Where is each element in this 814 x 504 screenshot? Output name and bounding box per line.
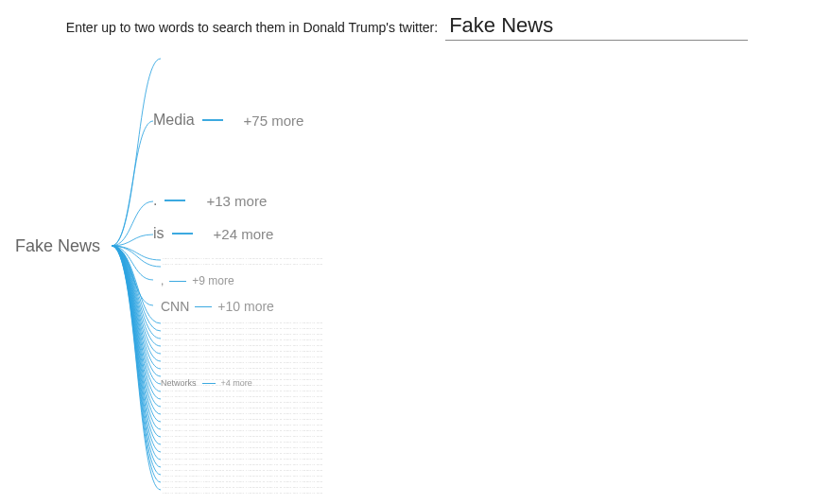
branch-tick-icon (169, 281, 186, 282)
branch-more-label: +10 more (217, 299, 274, 314)
branch-comma[interactable]: , +9 more (161, 274, 234, 287)
tree-leaf-row: ····· ·· ······ ··· ········ · ····· ·· … (163, 410, 322, 416)
tree-leaf-row: ····· ·· ······ ··· ········ · ····· ·· … (163, 473, 322, 478)
tree-leaf-row: ····· ·· ······ ··· ········ · ····· ·· … (163, 331, 322, 337)
branch-tick-icon (172, 233, 193, 235)
tree-leaf-row: ····· ·· ······ ··· ········ · ····· ·· … (163, 456, 322, 461)
tree-leaf-row: ····· ·· ······ ··· ········ · ····· ·· … (163, 416, 322, 422)
tree-leaf-row: ····· ·· ······ ··· ········ · ····· ·· … (163, 261, 322, 267)
branch-tick-icon (195, 306, 212, 307)
branch-more-label: +4 more (221, 378, 252, 388)
tree-leaf-row: ····· ·· ······ ··· ········ · ····· ·· … (163, 393, 322, 399)
tree-leaf-row: ····· ·· ······ ··· ········ · ····· ·· … (163, 450, 322, 456)
tree-leaf-row: ····· ·· ······ ··· ········ · ····· ·· … (163, 371, 322, 376)
branch-word: CNN (161, 299, 189, 314)
tree-leaf-row: ····· ·· ······ ··· ········ · ····· ·· … (163, 388, 322, 393)
branch-word: Networks (161, 378, 197, 388)
tree-leaf-row: ····· ·· ······ ··· ········ · ····· ·· … (163, 382, 322, 388)
tree-leaf-row: ····· ·· ······ ··· ········ · ····· ·· … (163, 490, 322, 495)
tree-leaf-row: ····· ·· ······ ··· ········ · ····· ·· … (163, 354, 322, 359)
branch-more-label: +75 more (244, 113, 304, 129)
branch-media[interactable]: Media +75 more (153, 112, 303, 129)
tree-leaf-row: ····· ·· ······ ··· ········ · ····· ·· … (163, 439, 322, 444)
tree-leaf-row: ····· ·· ······ ··· ········ · ····· ·· … (163, 444, 322, 450)
tree-leaf-row: ····· ·· ······ ··· ········ · ····· ·· … (163, 342, 322, 348)
branch-more-label: +24 more (214, 226, 274, 242)
branch-word: Media (153, 112, 195, 129)
tree-leaf-row: ····· ·· ······ ··· ········ · ····· ·· … (163, 484, 322, 490)
tree-leaf-row: ····· ·· ······ ··· ········ · ····· ·· … (163, 325, 322, 331)
word-tree-visualization: Fake News Media +75 more . +13 more is +… (0, 47, 814, 504)
tree-root-label: Fake News (15, 236, 100, 256)
branch-word: , (161, 274, 164, 287)
tree-leaf-row: ····· ·· ······ ··· ········ · ····· ·· … (163, 422, 322, 427)
search-input[interactable] (445, 13, 748, 41)
tree-leaf-row: ····· ·· ······ ··· ········ · ····· ·· … (163, 427, 322, 433)
tree-leaf-row: ····· ·· ······ ··· ········ · ····· ·· … (163, 405, 322, 410)
branch-more-label: +13 more (206, 193, 267, 209)
branch-more-label: +9 more (192, 274, 234, 287)
tree-leaf-row: ····· ·· ······ ··· ········ · ····· ·· … (163, 461, 322, 467)
tree-leaf-row: ····· ·· ······ ··· ········ · ····· ·· … (163, 478, 322, 484)
branch-networks[interactable]: Networks +4 more (161, 378, 252, 388)
branch-is[interactable]: is +24 more (153, 225, 273, 242)
tree-leaf-row: ····· ·· ······ ··· ········ · ····· ·· … (163, 255, 322, 261)
branch-cnn[interactable]: CNN +10 more (161, 299, 274, 314)
branch-tick-icon (202, 383, 216, 384)
tree-leaf-row: ····· ·· ······ ··· ········ · ····· ·· … (163, 376, 322, 382)
branch-tick-icon (202, 119, 223, 121)
header-bar: Enter up to two words to search them in … (0, 0, 814, 46)
tree-leaf-row: ····· ·· ······ ··· ········ · ····· ·· … (163, 467, 322, 473)
tree-leaf-row: ····· ·· ······ ··· ········ · ····· ·· … (163, 365, 322, 371)
search-prompt: Enter up to two words to search them in … (66, 20, 438, 35)
tree-leaf-row: ····· ·· ······ ··· ········ · ····· ·· … (163, 320, 322, 325)
tree-leaf-row: ····· ·· ······ ··· ········ · ····· ·· … (163, 348, 322, 354)
tree-leaf-row: ····· ·· ······ ··· ········ · ····· ·· … (163, 433, 322, 439)
tree-leaf-row: ····· ·· ······ ··· ········ · ····· ·· … (163, 337, 322, 342)
branch-word: . (153, 192, 157, 209)
tree-leaf-row: ····· ·· ······ ··· ········ · ····· ·· … (163, 399, 322, 405)
branch-tick-icon (165, 200, 185, 201)
branch-period[interactable]: . +13 more (153, 192, 267, 209)
branch-word: is (153, 225, 165, 242)
tree-edges (0, 47, 814, 504)
tree-leaf-row: ····· ·· ······ ··· ········ · ····· ·· … (163, 359, 322, 365)
